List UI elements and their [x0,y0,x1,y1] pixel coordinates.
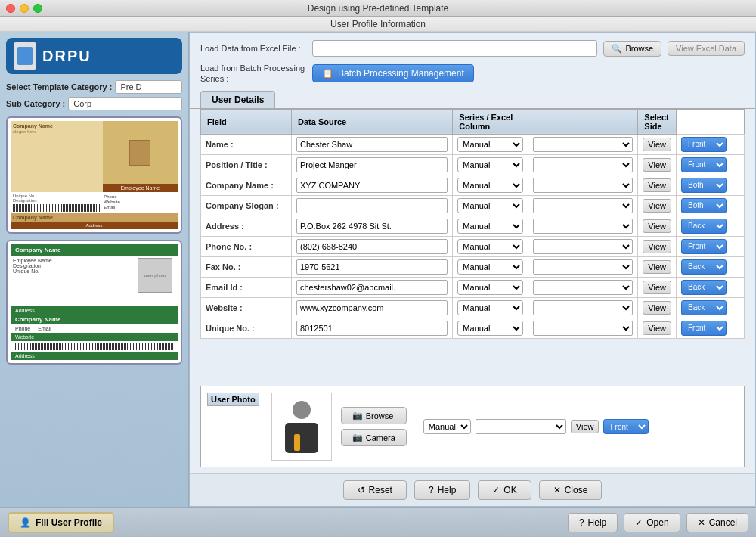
close-button[interactable]: ✕ Close [539,480,603,500]
series-select-8[interactable] [533,300,633,315]
side-select-8[interactable]: FrontBackBoth [681,300,727,315]
source-select-4[interactable]: Manual [457,219,523,234]
series-cell-8 [528,297,638,318]
col-header-view [528,109,638,134]
field-input-0[interactable] [296,137,448,152]
photo-view-button[interactable]: View [571,420,600,433]
field-input-1[interactable] [296,157,448,172]
field-label-7: Email Id : [201,277,292,297]
field-input-5[interactable] [296,239,448,254]
minimize-window-button[interactable] [20,4,29,13]
dialog: Load Data from Excel File : 🔍 Browse Vie… [189,32,756,507]
help-dialog-button[interactable]: ? Help [414,480,470,500]
view-button-8[interactable]: View [643,301,671,315]
col-header-field: Field [201,109,292,134]
source-select-0[interactable]: Manual [457,137,523,152]
load-excel-input[interactable] [312,40,597,57]
view-button-7[interactable]: View [643,281,671,294]
field-input-8[interactable] [296,300,448,315]
series-select-4[interactable] [533,219,633,234]
app-cancel-button[interactable]: ✕ Cancel [686,513,748,532]
app-help-label: Help [588,517,607,528]
view-button-5[interactable]: View [643,240,671,253]
view-button-4[interactable]: View [643,219,671,233]
right-panel: Load Data from Excel File : 🔍 Browse Vie… [189,32,756,507]
side-select-7[interactable]: FrontBackBoth [681,280,727,295]
fill-profile-button[interactable]: 👤 Fill User Profile [8,512,114,533]
field-input-4[interactable] [296,219,448,234]
tab-user-details[interactable]: User Details [200,91,275,108]
reset-button[interactable]: ↺ Reset [343,480,407,500]
sub-category-row: Sub Category : Corp [6,97,182,110]
view-button-2[interactable]: View [643,178,671,192]
source-select-5[interactable]: Manual [457,239,523,254]
field-value-cell-0 [292,134,453,154]
view-button-0[interactable]: View [643,138,671,151]
browse-button[interactable]: 🔍 Browse [603,41,662,57]
side-select-9[interactable]: FrontBackBoth [681,321,727,336]
svg-rect-1 [285,423,318,453]
side-select-5[interactable]: FrontBackBoth [681,239,727,254]
close-window-button[interactable] [6,4,15,13]
side-select-4[interactable]: FrontBackBoth [681,219,727,234]
series-select-3[interactable] [533,198,633,213]
series-select-2[interactable] [533,178,633,193]
view-button-6[interactable]: View [643,260,671,274]
view-excel-button[interactable]: View Excel Data [668,41,745,56]
source-select-6[interactable]: Manual [457,259,523,275]
side-select-2[interactable]: FrontBackBoth [681,178,727,193]
side-select-0[interactable]: FrontBackBoth [681,137,727,152]
subtitle-bar: User Profile Information [0,17,756,32]
series-select-7[interactable] [533,280,633,295]
side-select-3[interactable]: FrontBackBoth [681,198,727,213]
field-input-7[interactable] [296,280,448,295]
source-select-8[interactable]: Manual [457,300,523,315]
source-select-3[interactable]: Manual [457,198,523,213]
view-button-1[interactable]: View [643,158,671,172]
field-value-cell-4 [292,216,453,236]
view-cell-2: View [638,175,677,195]
series-select-6[interactable] [533,259,633,275]
photo-camera-button[interactable]: 📷 Camera [341,429,407,446]
field-input-6[interactable] [296,259,448,275]
series-select-9[interactable] [533,321,633,336]
template-category-value[interactable]: Pre D [115,80,182,94]
photo-browse-button[interactable]: 📷 Browse [341,407,407,424]
app-bottom-bar: 👤 Fill User Profile ? Help ✓ Open ✕ Canc… [0,507,756,537]
photo-source-select[interactable]: Manual [423,419,471,434]
ok-button[interactable]: ✓ OK [478,480,531,500]
batch-processing-button[interactable]: 📋 Batch Processing Management [312,64,474,82]
dialog-buttons: ↺ Reset ? Help ✓ OK ✕ Close [190,473,755,506]
source-select-9[interactable]: Manual [457,321,523,336]
view-button-9[interactable]: View [643,321,671,335]
maximize-window-button[interactable] [33,4,42,13]
source-select-7[interactable]: Manual [457,280,523,295]
field-input-9[interactable] [296,321,448,336]
close-label: Close [565,485,588,495]
view-button-3[interactable]: View [643,199,671,213]
side-select-1[interactable]: FrontBackBoth [681,157,727,172]
series-select-5[interactable] [533,239,633,254]
photo-section-title: User Photo [211,395,256,404]
template-card-2[interactable]: Company Name Employee Name Designation U… [6,240,182,365]
app-open-button[interactable]: ✓ Open [624,513,680,532]
photo-side-select[interactable]: Front Back Both [603,419,649,434]
sub-category-value[interactable]: Corp [68,97,182,110]
side-select-6[interactable]: FrontBackBoth [681,259,727,275]
app-help-button[interactable]: ? Help [568,513,618,532]
photo-series-select[interactable] [476,419,566,434]
table-row: Unique No. :ManualViewFrontBackBoth [201,318,745,338]
field-label-1: Position / Title : [201,154,292,175]
series-select-1[interactable] [533,157,633,172]
source-cell-7: Manual [453,277,528,297]
table-row: Phone No. :ManualViewFrontBackBoth [201,236,745,256]
source-select-2[interactable]: Manual [457,178,523,193]
field-input-3[interactable] [296,198,448,213]
template-card-1[interactable]: Company Name slogan here Employee Name [6,116,182,234]
title-bar: Design using Pre-defined Template [0,0,756,17]
field-input-2[interactable] [296,178,448,193]
source-select-1[interactable]: Manual [457,157,523,172]
series-select-0[interactable] [533,137,633,152]
series-cell-2 [528,175,638,195]
tab-label: User Details [212,95,264,105]
